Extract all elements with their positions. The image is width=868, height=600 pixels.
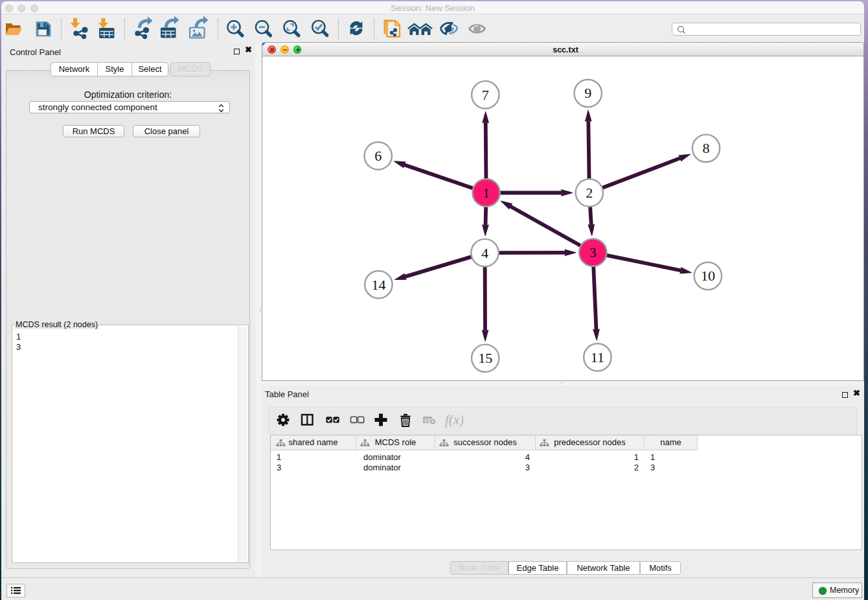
svg-text:10: 10 (701, 268, 715, 284)
svg-text:1: 1 (483, 185, 490, 201)
svg-text:7: 7 (482, 87, 489, 103)
svg-text:4: 4 (481, 245, 488, 261)
svg-text:f(x): f(x) (445, 412, 463, 428)
svg-text:9: 9 (584, 85, 591, 101)
svg-text:8: 8 (703, 140, 710, 156)
svg-text:6: 6 (374, 148, 382, 164)
svg-text:14: 14 (371, 277, 385, 293)
svg-text:15: 15 (478, 350, 492, 366)
svg-text:3: 3 (589, 244, 597, 260)
svg-text:11: 11 (591, 349, 604, 365)
svg-text:2: 2 (586, 185, 593, 201)
